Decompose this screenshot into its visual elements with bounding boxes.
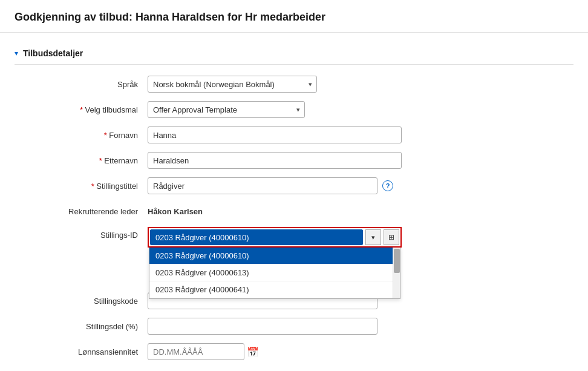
etternavn-control [148, 152, 402, 169]
fornavn-input[interactable] [148, 126, 402, 143]
section-chevron-icon[interactable]: ▾ [15, 49, 18, 57]
fornavn-control [148, 126, 402, 143]
lonnsansiennitet-input[interactable] [148, 343, 244, 360]
stillingstittel-input[interactable] [148, 177, 377, 194]
stillings-id-search-btn[interactable]: ⊞ [384, 229, 399, 245]
stillings-id-row: Stillings-ID ▾ ⊞ 0203 Rådgiver (40000610… [15, 227, 573, 248]
stillingskode-label: Stillingskode [15, 297, 148, 306]
rekrutterende-leder-label: Rekrutterende leder [15, 207, 148, 216]
page-title: Godkjenning av tilbud: Hanna Haraldsen f… [15, 11, 573, 24]
stillingstittel-label: Stillingstittel [15, 182, 148, 191]
stillings-id-input[interactable] [150, 229, 363, 245]
sprak-label: Språk [15, 80, 148, 89]
stillings-id-dropdown-list: 0203 Rådgiver (40000610) 0203 Rådgiver (… [149, 248, 400, 299]
lonnsansiennitet-control: 📅 [148, 343, 402, 360]
velg-tilbudsmal-row: Velg tilbudsmal Offer Approval Template … [15, 100, 573, 119]
stillings-id-control: ▾ ⊞ 0203 Rådgiver (40000610) 0203 Rådgiv… [148, 227, 402, 248]
calendar-icon[interactable]: 📅 [247, 346, 259, 358]
fornavn-row: Fornavn [15, 125, 573, 145]
content-area: ▾ Tilbudsdetaljer Språk Norsk bokmål (No… [0, 33, 588, 371]
stillingstittel-row: Stillingstittel ? [15, 176, 573, 195]
dropdown-item-1[interactable]: 0203 Rådgiver (40000613) [149, 264, 393, 281]
velg-tilbudsmal-label: Velg tilbudsmal [15, 105, 148, 114]
sprak-select-wrapper: Norsk bokmål (Norwegian Bokmål) ▾ [148, 76, 317, 93]
etternavn-label: Etternavn [15, 156, 148, 165]
velg-tilbudsmal-control: Offer Approval Template ▾ [148, 101, 305, 118]
dropdown-scrollbar-thumb [394, 249, 400, 273]
sprak-select[interactable]: Norsk bokmål (Norwegian Bokmål) [148, 76, 317, 93]
stillingsdel-input[interactable] [148, 318, 377, 335]
sprak-control: Norsk bokmål (Norwegian Bokmål) ▾ [148, 76, 402, 93]
rekrutterende-leder-row: Rekrutterende leder Håkon Karlsen [15, 202, 573, 221]
fornavn-label: Fornavn [15, 131, 148, 140]
stillings-id-dropdown-btn[interactable]: ▾ [365, 229, 381, 245]
stillings-id-chevron-icon: ▾ [371, 234, 375, 241]
stillingstittel-help-icon[interactable]: ? [382, 180, 393, 191]
stillingsdel-control [148, 318, 402, 335]
lonnsansiennitet-row: Lønnsansiennitet 📅 [15, 342, 573, 361]
etternavn-input[interactable] [148, 152, 402, 169]
lonnsansiennitet-label: Lønnsansiennitet [15, 347, 148, 356]
tilbudsmal-select[interactable]: Offer Approval Template [148, 101, 305, 118]
stillings-id-label: Stillings-ID [15, 227, 148, 240]
section-title: Tilbudsdetaljer [23, 48, 83, 58]
stillings-id-input-row: ▾ ⊞ [148, 227, 402, 248]
date-input-wrapper: 📅 [148, 343, 402, 360]
section-header: ▾ Tilbudsdetaljer [15, 42, 573, 65]
tilbudsmal-select-wrapper: Offer Approval Template ▾ [148, 101, 305, 118]
sprak-row: Språk Norsk bokmål (Norwegian Bokmål) ▾ [15, 74, 573, 94]
stillingsdel-label: Stillingsdel (%) [15, 322, 148, 331]
stillings-id-grid-icon: ⊞ [388, 233, 394, 241]
dropdown-item-0[interactable]: 0203 Rådgiver (40000610) [149, 248, 393, 264]
rekrutterende-leder-text: Håkon Karlsen [148, 207, 203, 216]
page-container: Godkjenning av tilbud: Hanna Haraldsen f… [0, 0, 588, 371]
stillingsdel-row: Stillingsdel (%) [15, 317, 573, 336]
stillingstittel-control: ? [148, 177, 402, 194]
page-header: Godkjenning av tilbud: Hanna Haraldsen f… [0, 0, 588, 33]
dropdown-item-2[interactable]: 0203 Rådgiver (40000641) [149, 281, 393, 298]
dropdown-scrollbar[interactable] [393, 248, 400, 298]
rekrutterende-leder-value: Håkon Karlsen [148, 207, 402, 216]
etternavn-row: Etternavn [15, 151, 573, 170]
